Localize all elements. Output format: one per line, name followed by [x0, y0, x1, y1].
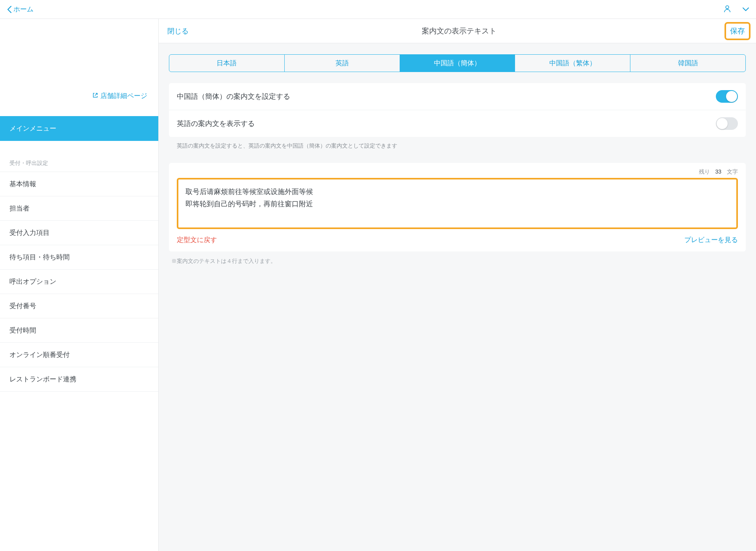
language-tab[interactable]: 英語: [285, 55, 400, 72]
sidebar-item-main-menu[interactable]: メインメニュー: [0, 116, 158, 141]
main-panel: 閉じる 案内文の表示テキスト 保存 日本語英語中国語（簡体）中国語（繁体）韓国語…: [159, 19, 756, 551]
language-tab[interactable]: 中国語（簡体）: [400, 55, 515, 72]
panel-title: 案内文の表示テキスト: [422, 27, 497, 35]
back-home-label: ホーム: [13, 5, 33, 14]
chevron-down-icon[interactable]: [743, 6, 749, 13]
guidance-text-editor[interactable]: 取号后请麻烦前往等候室或设施外面等候 即将轮到自己的号码时，再前往窗口附近: [177, 178, 738, 229]
chevron-left-icon: [7, 6, 12, 13]
reset-to-template-button[interactable]: 定型文に戻す: [177, 235, 217, 244]
sidebar: 店舗詳細ページ メインメニュー 受付・呼出設定 基本情報担当者受付入力項目待ち項…: [0, 19, 159, 551]
svg-point-0: [726, 6, 729, 9]
top-header: ホーム: [0, 0, 756, 19]
sidebar-item[interactable]: 呼出オプション: [0, 269, 158, 294]
language-tab[interactable]: 日本語: [169, 55, 285, 72]
remaining-count: 33: [715, 168, 722, 175]
sidebar-section-title: 受付・呼出設定: [0, 141, 158, 172]
panel-header: 閉じる 案内文の表示テキスト 保存: [159, 19, 756, 43]
language-tab[interactable]: 韓国語: [630, 55, 745, 72]
external-link-icon: [93, 92, 98, 100]
toggle-label: 中国語（簡体）の案内文を設定する: [177, 92, 290, 101]
char-remaining: 残り 33 文字: [177, 168, 738, 176]
editor-card: 残り 33 文字 取号后请麻烦前往等候室或设施外面等候 即将轮到自己的号码时，再…: [169, 163, 746, 251]
remaining-prefix: 残り: [699, 168, 710, 175]
remaining-suffix: 文字: [727, 168, 738, 175]
editor-footnote: ※案内文のテキストは４行まで入ります。: [169, 251, 746, 265]
header-right: [723, 4, 749, 14]
toggle-knob: [717, 118, 728, 129]
toggle-label: 英語の案内文を表示する: [177, 119, 255, 128]
toggle-row-english-display: 英語の案内文を表示する: [169, 110, 746, 137]
sidebar-item[interactable]: 受付番号: [0, 294, 158, 318]
language-tab[interactable]: 中国語（繁体）: [515, 55, 630, 72]
toggle-english-display[interactable]: [716, 117, 738, 130]
store-detail-page-label: 店舗詳細ページ: [100, 91, 147, 100]
toggle-knob: [726, 91, 737, 102]
store-detail-page-link[interactable]: 店舗詳細ページ: [93, 91, 147, 100]
sidebar-item[interactable]: 待ち項目・待ち時間: [0, 245, 158, 269]
user-icon[interactable]: [723, 4, 732, 14]
sidebar-item[interactable]: 担当者: [0, 196, 158, 220]
preview-button[interactable]: プレビューを見る: [684, 235, 738, 244]
language-tabs: 日本語英語中国語（簡体）中国語（繁体）韓国語: [169, 54, 746, 72]
toggle-chinese-simplified[interactable]: [716, 90, 738, 103]
sidebar-item[interactable]: 受付入力項目: [0, 220, 158, 245]
back-home-link[interactable]: ホーム: [7, 5, 33, 14]
sidebar-item[interactable]: 基本情報: [0, 172, 158, 196]
toggle-helper-text: 英語の案内文を設定すると、英語の案内文を中国語（簡体）の案内文として設定できます: [169, 137, 746, 150]
toggle-row-chinese-simplified: 中国語（簡体）の案内文を設定する: [169, 83, 746, 110]
sidebar-item[interactable]: オンライン順番受付: [0, 342, 158, 367]
sidebar-active-label: メインメニュー: [9, 125, 56, 132]
toggle-card: 中国語（簡体）の案内文を設定する 英語の案内文を表示する: [169, 83, 746, 137]
sidebar-item[interactable]: レストランボード連携: [0, 367, 158, 392]
save-button-highlight: 保存: [724, 22, 750, 40]
close-button[interactable]: 閉じる: [167, 26, 189, 36]
sidebar-item[interactable]: 受付時間: [0, 318, 158, 342]
save-button[interactable]: 保存: [730, 27, 745, 35]
